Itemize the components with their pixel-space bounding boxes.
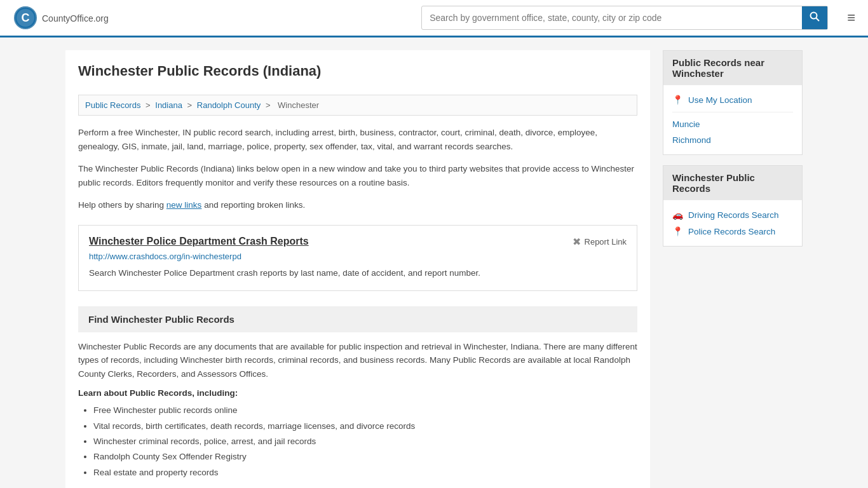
nearby-link-muncie[interactable]: Muncie xyxy=(672,116,793,132)
badge-icon: 📍 xyxy=(672,226,683,236)
winchester-sidebar-title: Winchester Public Records xyxy=(663,166,802,200)
record-description: Search Winchester Police Department cras… xyxy=(89,266,627,280)
breadcrumb-indiana[interactable]: Indiana xyxy=(155,100,182,110)
find-body: Winchester Public Records are any docume… xyxy=(78,340,637,381)
learn-title: Learn about Public Records, including: xyxy=(78,388,637,398)
site-header: C CountyOffice.org ≡ xyxy=(0,0,868,37)
breadcrumb-randolph-county[interactable]: Randolph County xyxy=(197,100,261,110)
winchester-box: Winchester Public Records 🚗 Driving Reco… xyxy=(663,165,803,247)
use-location-link[interactable]: 📍 Use My Location xyxy=(672,92,793,108)
list-item: Free Winchester public records online xyxy=(93,403,637,418)
new-links-link[interactable]: new links xyxy=(166,200,202,210)
description-2: The Winchester Public Records (Indiana) … xyxy=(78,162,637,189)
winchester-sidebar-body: 🚗 Driving Records Search 📍 Police Record… xyxy=(663,200,802,246)
list-item: Real estate and property records xyxy=(93,465,637,480)
car-icon: 🚗 xyxy=(672,210,683,220)
record-url[interactable]: http://www.crashdocs.org/in-winchesterpd xyxy=(89,252,627,261)
nearby-box: Public Records near Winchester 📍 Use My … xyxy=(663,50,803,155)
sidebar: Public Records near Winchester 📍 Use My … xyxy=(663,50,803,488)
police-records-link[interactable]: 📍 Police Records Search xyxy=(672,223,793,240)
record-title[interactable]: Winchester Police Department Crash Repor… xyxy=(89,236,309,247)
description-3: Help others by sharing new links and rep… xyxy=(78,198,637,212)
nearby-title: Public Records near Winchester xyxy=(663,51,802,85)
breadcrumb: Public Records > Indiana > Randolph Coun… xyxy=(78,95,637,116)
svg-line-5 xyxy=(817,18,820,22)
search-bar xyxy=(421,6,828,30)
nearby-link-richmond[interactable]: Richmond xyxy=(672,132,793,148)
main-content: Winchester Public Records (Indiana) Publ… xyxy=(65,50,650,488)
logo-text: CountyOffice.org xyxy=(42,11,109,25)
nearby-body: 📍 Use My Location Muncie Richmond xyxy=(663,85,802,154)
breadcrumb-public-records[interactable]: Public Records xyxy=(85,100,140,110)
search-button[interactable] xyxy=(802,6,827,29)
svg-point-4 xyxy=(811,13,817,19)
record-card-header: Winchester Police Department Crash Repor… xyxy=(89,236,627,248)
unlink-icon: ✖ xyxy=(573,236,581,248)
svg-text:C: C xyxy=(22,11,30,24)
page-title: Winchester Public Records (Indiana) xyxy=(78,63,637,86)
driving-records-link[interactable]: 🚗 Driving Records Search xyxy=(672,207,793,223)
breadcrumb-winchester: Winchester xyxy=(278,100,319,110)
find-section-header: Find Winchester Public Records xyxy=(78,306,637,332)
page-container: Winchester Public Records (Indiana) Publ… xyxy=(53,37,815,488)
menu-icon[interactable]: ≡ xyxy=(847,10,855,26)
list-item: Winchester criminal records, police, arr… xyxy=(93,434,637,449)
description-1: Perform a free Winchester, IN public rec… xyxy=(78,126,637,153)
find-title: Find Winchester Public Records xyxy=(88,314,627,325)
divider xyxy=(672,112,793,112)
learn-list: Free Winchester public records online Vi… xyxy=(78,403,637,480)
report-link-button[interactable]: ✖ Report Link xyxy=(573,236,627,248)
location-pin-icon: 📍 xyxy=(672,95,683,105)
logo-icon: C xyxy=(13,5,38,30)
list-item: Randolph County Sex Offender Registry xyxy=(93,449,637,464)
site-logo[interactable]: C CountyOffice.org xyxy=(13,5,109,30)
list-item: Vital records, birth certificates, death… xyxy=(93,419,637,434)
search-icon xyxy=(810,11,820,22)
search-input[interactable] xyxy=(422,8,802,28)
record-card: Winchester Police Department Crash Repor… xyxy=(78,225,637,291)
